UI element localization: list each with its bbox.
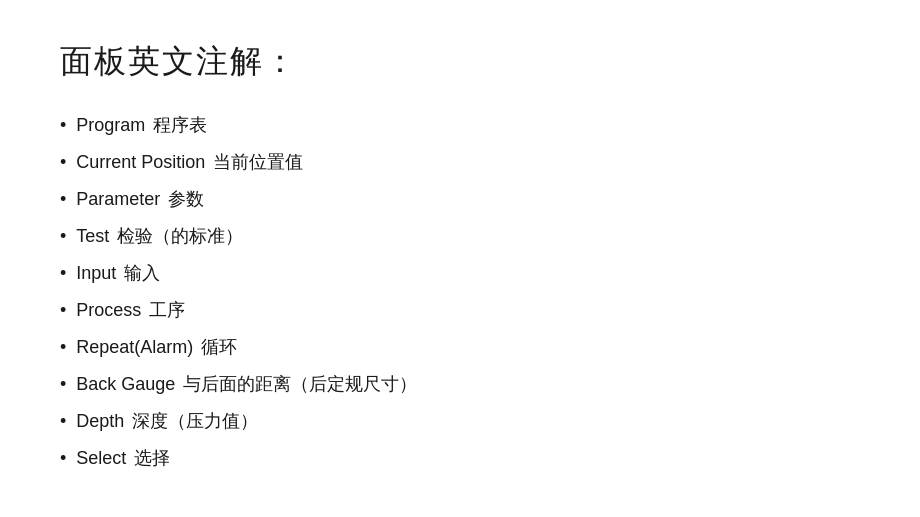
bullet-icon: • — [60, 371, 66, 398]
item-text-6: Repeat(Alarm)循环 — [76, 334, 237, 361]
item-en-5: Process — [76, 300, 141, 320]
item-en-3: Test — [76, 226, 109, 246]
item-zh-4: 输入 — [124, 263, 160, 283]
item-zh-7: 与后面的距离（后定规尺寸） — [183, 374, 417, 394]
bullet-icon: • — [60, 408, 66, 435]
list-item: •Depth深度（压力值） — [60, 408, 860, 435]
item-text-4: Input输入 — [76, 260, 160, 287]
list-item: •Back Gauge与后面的距离（后定规尺寸） — [60, 371, 860, 398]
bullet-icon: • — [60, 112, 66, 139]
item-en-2: Parameter — [76, 189, 160, 209]
list-item: •Select选择 — [60, 445, 860, 472]
bullet-icon: • — [60, 260, 66, 287]
item-zh-9: 选择 — [134, 448, 170, 468]
item-en-4: Input — [76, 263, 116, 283]
bullet-icon: • — [60, 186, 66, 213]
item-en-0: Program — [76, 115, 145, 135]
item-zh-1: 当前位置值 — [213, 152, 303, 172]
item-text-1: Current Position当前位置值 — [76, 149, 303, 176]
item-text-5: Process工序 — [76, 297, 185, 324]
items-list: •Program程序表•Current Position当前位置值•Parame… — [60, 112, 860, 472]
page-title: 面板英文注解： — [60, 40, 860, 84]
item-text-2: Parameter参数 — [76, 186, 204, 213]
item-zh-6: 循环 — [201, 337, 237, 357]
list-item: •Process工序 — [60, 297, 860, 324]
bullet-icon: • — [60, 334, 66, 361]
item-en-6: Repeat(Alarm) — [76, 337, 193, 357]
item-zh-5: 工序 — [149, 300, 185, 320]
item-en-1: Current Position — [76, 152, 205, 172]
item-zh-8: 深度（压力值） — [132, 411, 258, 431]
item-en-7: Back Gauge — [76, 374, 175, 394]
bullet-icon: • — [60, 297, 66, 324]
item-text-7: Back Gauge与后面的距离（后定规尺寸） — [76, 371, 417, 398]
item-text-3: Test检验（的标准） — [76, 223, 243, 250]
list-item: •Input输入 — [60, 260, 860, 287]
item-zh-2: 参数 — [168, 189, 204, 209]
item-text-8: Depth深度（压力值） — [76, 408, 258, 435]
item-zh-0: 程序表 — [153, 115, 207, 135]
page-container: 面板英文注解： •Program程序表•Current Position当前位置… — [0, 0, 920, 517]
list-item: •Current Position当前位置值 — [60, 149, 860, 176]
item-text-0: Program程序表 — [76, 112, 207, 139]
item-en-8: Depth — [76, 411, 124, 431]
bullet-icon: • — [60, 223, 66, 250]
bullet-icon: • — [60, 445, 66, 472]
list-item: •Test检验（的标准） — [60, 223, 860, 250]
list-item: •Parameter参数 — [60, 186, 860, 213]
item-zh-3: 检验（的标准） — [117, 226, 243, 246]
item-text-9: Select选择 — [76, 445, 170, 472]
list-item: •Program程序表 — [60, 112, 860, 139]
item-en-9: Select — [76, 448, 126, 468]
bullet-icon: • — [60, 149, 66, 176]
list-item: •Repeat(Alarm)循环 — [60, 334, 860, 361]
